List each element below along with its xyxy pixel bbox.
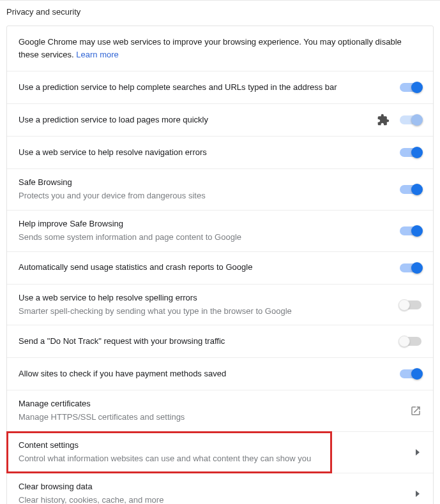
toggle-nav-errors[interactable] [400, 148, 421, 157]
row-text: Use a prediction service to help complet… [19, 74, 400, 101]
row-subtitle: Manage HTTPS/SSL certificates and settin… [19, 411, 410, 424]
row-spelling: Use a web service to help resolve spelli… [7, 285, 433, 326]
row-text: Help improve Safe Browsing Sends some sy… [19, 211, 400, 251]
learn-more-link[interactable]: Learn more [76, 50, 118, 59]
row-safe-browsing: Safe Browsing Protects you and your devi… [7, 169, 433, 211]
row-text: Safe Browsing Protects you and your devi… [19, 169, 400, 210]
toggle-prediction-search[interactable] [400, 83, 421, 92]
row-title: Help improve Safe Browsing [19, 218, 400, 230]
row-subtitle: Clear history, cookies, cache, and more [19, 494, 415, 504]
row-content-settings[interactable]: Content settings Control what informatio… [7, 432, 433, 473]
row-text: Use a prediction service to load pages m… [19, 107, 377, 134]
row-text: Automatically send usage statistics and … [19, 254, 400, 281]
chevron-right-icon [415, 449, 421, 456]
toggle-safe-browsing[interactable] [400, 185, 421, 194]
row-dnt: Send a "Do Not Track" request with your … [7, 325, 433, 358]
row-nav-errors: Use a web service to help resolve naviga… [7, 137, 433, 169]
row-subtitle: Sends some system information and page c… [19, 232, 400, 244]
intro-row: Google Chrome may use web services to im… [7, 26, 433, 71]
row-prediction-pages: Use a prediction service to load pages m… [7, 104, 433, 137]
row-title: Automatically send usage statistics and … [19, 262, 400, 274]
row-text: Use a web service to help resolve spelli… [19, 285, 400, 325]
row-title: Manage certificates [19, 398, 410, 410]
row-text: Manage certificates Manage HTTPS/SSL cer… [19, 390, 410, 431]
row-title: Use a web service to help resolve spelli… [19, 292, 400, 304]
intro-text: Google Chrome may use web services to im… [19, 36, 421, 61]
row-title: Use a prediction service to load pages m… [19, 114, 377, 126]
row-title: Send a "Do Not Track" request with your … [19, 336, 400, 348]
row-prediction-search: Use a prediction service to help complet… [7, 71, 433, 104]
row-subtitle: Protects you and your device from danger… [19, 190, 400, 202]
toggle-spelling[interactable] [400, 300, 421, 309]
settings-card: Google Chrome may use web services to im… [6, 26, 434, 504]
section-header: Privacy and security [0, 1, 440, 26]
chevron-right-icon [415, 491, 421, 497]
row-title: Clear browsing data [19, 481, 415, 493]
row-subtitle: Smarter spell-checking by sending what y… [19, 306, 400, 318]
row-certificates[interactable]: Manage certificates Manage HTTPS/SSL cer… [7, 390, 433, 432]
row-improve-sb: Help improve Safe Browsing Sends some sy… [7, 211, 433, 252]
row-title: Safe Browsing [19, 177, 400, 189]
row-title: Allow sites to check if you have payment… [19, 368, 400, 380]
toggle-crash-reports[interactable] [400, 263, 421, 272]
row-text: Send a "Do Not Track" request with your … [19, 328, 400, 355]
row-title: Use a web service to help resolve naviga… [19, 147, 400, 159]
toggle-dnt[interactable] [400, 337, 421, 346]
row-text: Content settings Control what informatio… [19, 432, 415, 473]
row-title: Content settings [19, 440, 415, 452]
toggle-prediction-pages[interactable] [400, 115, 421, 124]
row-text: Allow sites to check if you have payment… [19, 360, 400, 388]
row-clear-data[interactable]: Clear browsing data Clear history, cooki… [7, 473, 433, 504]
row-text: Use a web service to help resolve naviga… [19, 139, 400, 167]
row-crash-reports: Automatically send usage statistics and … [7, 252, 433, 285]
toggle-improve-sb[interactable] [400, 226, 421, 235]
toggle-payment[interactable] [400, 369, 421, 378]
row-subtitle: Control what information websites can us… [19, 453, 415, 465]
row-title: Use a prediction service to help complet… [19, 82, 400, 94]
open-external-icon [410, 405, 421, 417]
row-text: Clear browsing data Clear history, cooki… [19, 473, 415, 504]
extension-icon [377, 114, 390, 126]
row-payment: Allow sites to check if you have payment… [7, 358, 433, 390]
